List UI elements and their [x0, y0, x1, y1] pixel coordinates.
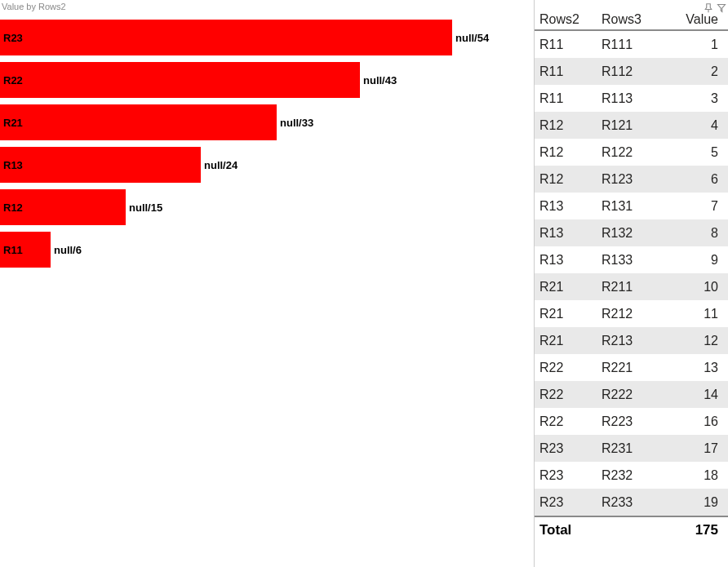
cell-rows2: R21 [535, 307, 597, 321]
cell-rows3: R112 [597, 64, 659, 79]
cell-rows2: R23 [535, 441, 597, 456]
table-row[interactable]: R21R21211 [535, 300, 728, 327]
cell-value: 1 [659, 38, 723, 52]
cell-rows3: R123 [597, 172, 659, 187]
cell-rows3: R222 [597, 388, 659, 402]
cell-rows3: R122 [597, 145, 659, 160]
bar[interactable]: R21 [0, 104, 277, 140]
total-label: Total [535, 522, 597, 538]
cell-rows3: R213 [597, 334, 659, 348]
bar[interactable]: R23 [0, 20, 452, 55]
cell-value: 5 [659, 145, 723, 160]
bar-data-label: null/24 [204, 159, 237, 171]
bar[interactable]: R13 [0, 147, 201, 183]
chart-title: Value by Rows2 [0, 0, 534, 11]
cell-value: 7 [659, 199, 723, 214]
cell-rows2: R12 [535, 118, 597, 133]
cell-value: 19 [659, 495, 723, 510]
bar[interactable]: R22 [0, 62, 360, 98]
cell-rows2: R13 [535, 226, 597, 241]
table-row[interactable]: R21R21110 [535, 273, 728, 300]
bar-row[interactable]: R23null/54 [0, 20, 534, 55]
table-row[interactable]: R12R1225 [535, 139, 728, 166]
bar-category-label: R13 [3, 159, 23, 171]
cell-rows3: R232 [597, 468, 659, 483]
bar-row[interactable]: R21null/33 [0, 104, 534, 140]
cell-rows2: R11 [535, 38, 597, 52]
cell-rows2: R22 [535, 361, 597, 375]
cell-value: 6 [659, 172, 723, 187]
cell-value: 16 [659, 414, 723, 429]
cell-value: 14 [659, 388, 723, 402]
cell-value: 9 [659, 253, 723, 268]
cell-rows2: R12 [535, 145, 597, 160]
bar-category-label: R21 [3, 117, 23, 129]
table-row[interactable]: R13R1339 [535, 246, 728, 273]
table-row[interactable]: R22R22214 [535, 381, 728, 408]
table-row[interactable]: R23R23319 [535, 489, 728, 516]
cell-value: 8 [659, 226, 723, 241]
column-header-rows2[interactable]: Rows2 [535, 12, 597, 27]
cell-rows2: R22 [535, 388, 597, 402]
cell-rows3: R131 [597, 199, 659, 214]
bar-data-label: null/54 [455, 32, 489, 44]
chart-body: R23null/54R22null/43R21null/33R13null/24… [0, 11, 534, 268]
cell-rows3: R231 [597, 441, 659, 456]
bar-row[interactable]: R12null/15 [0, 189, 534, 225]
table-row[interactable]: R23R23218 [535, 462, 728, 489]
cell-rows3: R211 [597, 280, 659, 295]
bar-category-label: R12 [3, 202, 23, 214]
cell-value: 12 [659, 334, 723, 348]
cell-value: 13 [659, 361, 723, 375]
bar-data-label: null/33 [280, 117, 313, 129]
table-row[interactable]: R23R23117 [535, 435, 728, 462]
column-header-rows3[interactable]: Rows3 [597, 12, 659, 27]
cell-rows2: R13 [535, 199, 597, 214]
cell-value: 4 [659, 118, 723, 133]
cell-rows2: R23 [535, 495, 597, 510]
cell-rows3: R132 [597, 226, 659, 241]
table-panel[interactable]: Rows2 Rows3 Value R11R1111R11R1122R11R11… [534, 0, 728, 567]
cell-value: 10 [659, 280, 723, 295]
root: Value by Rows2 R23null/54R22null/43R21nu… [0, 0, 728, 567]
table-row[interactable]: R11R1111 [535, 31, 728, 58]
cell-rows3: R111 [597, 38, 659, 52]
cell-rows2: R21 [535, 334, 597, 348]
bar-row[interactable]: R22null/43 [0, 62, 534, 98]
table-row[interactable]: R12R1236 [535, 166, 728, 193]
cell-rows2: R12 [535, 172, 597, 187]
table-row[interactable]: R13R1317 [535, 193, 728, 219]
cell-rows3: R212 [597, 307, 659, 321]
bar-category-label: R22 [3, 74, 23, 86]
chart-panel[interactable]: Value by Rows2 R23null/54R22null/43R21nu… [0, 0, 534, 567]
cell-rows2: R13 [535, 253, 597, 268]
total-value: 175 [659, 522, 723, 538]
table-row[interactable]: R13R1328 [535, 219, 728, 246]
table-row[interactable]: R12R1214 [535, 112, 728, 139]
cell-rows3: R113 [597, 91, 659, 106]
cell-rows2: R11 [535, 64, 597, 79]
cell-rows3: R121 [597, 118, 659, 133]
bar-row[interactable]: R13null/24 [0, 147, 534, 183]
bar-category-label: R23 [3, 32, 23, 44]
cell-rows2: R23 [535, 468, 597, 483]
bar[interactable]: R11 [0, 232, 51, 268]
table-row[interactable]: R21R21312 [535, 327, 728, 354]
table-body: R11R1111R11R1122R11R1133R12R1214R12R1225… [535, 31, 728, 516]
bar-data-label: null/6 [54, 244, 82, 256]
cell-value: 17 [659, 441, 723, 456]
bar-category-label: R11 [3, 244, 23, 256]
cell-rows3: R221 [597, 361, 659, 375]
table-row[interactable]: R11R1133 [535, 85, 728, 112]
bar[interactable]: R12 [0, 189, 126, 225]
bar-row[interactable]: R11null/6 [0, 232, 534, 268]
table-header-row: Rows2 Rows3 Value [535, 0, 728, 31]
column-header-value[interactable]: Value [659, 12, 723, 27]
cell-value: 11 [659, 307, 723, 321]
cell-rows2: R21 [535, 280, 597, 295]
table-row[interactable]: R11R1122 [535, 58, 728, 85]
cell-rows2: R11 [535, 91, 597, 106]
cell-value: 2 [659, 64, 723, 79]
table-row[interactable]: R22R22113 [535, 354, 728, 381]
table-row[interactable]: R22R22316 [535, 408, 728, 435]
